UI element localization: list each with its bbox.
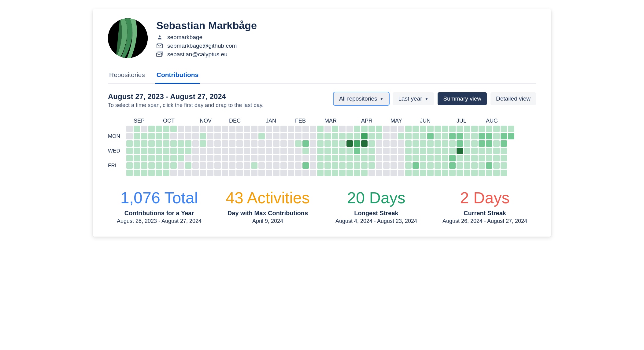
heatmap-cell[interactable] [317, 126, 324, 132]
heatmap-cell[interactable] [398, 155, 404, 161]
heatmap-cell[interactable] [295, 133, 302, 139]
heatmap-cell[interactable] [471, 126, 478, 132]
heatmap-cell[interactable] [405, 140, 412, 147]
heatmap-cell[interactable] [134, 126, 140, 132]
heatmap-cell[interactable] [368, 162, 375, 169]
heatmap-cell[interactable] [258, 170, 265, 176]
heatmap-cell[interactable] [317, 170, 324, 176]
heatmap-cell[interactable] [493, 155, 500, 161]
heatmap-cell[interactable] [413, 162, 419, 169]
heatmap-cell[interactable] [178, 148, 184, 154]
heatmap-cell[interactable] [493, 148, 500, 154]
heatmap-cell[interactable] [339, 162, 346, 169]
heatmap-cell[interactable] [324, 155, 331, 161]
heatmap-cell[interactable] [435, 170, 441, 176]
heatmap-cell[interactable] [346, 155, 353, 161]
heatmap-cell[interactable] [288, 148, 294, 154]
heatmap-cell[interactable] [479, 140, 485, 147]
heatmap-cell[interactable] [141, 170, 147, 176]
heatmap-cell[interactable] [332, 148, 338, 154]
heatmap-cell[interactable] [170, 162, 177, 169]
heatmap-cell[interactable] [170, 170, 177, 176]
heatmap-cell[interactable] [317, 155, 324, 161]
heatmap-cell[interactable] [178, 133, 184, 139]
heatmap-cell[interactable] [464, 155, 470, 161]
heatmap-cell[interactable] [126, 140, 133, 147]
heatmap-cell[interactable] [486, 170, 492, 176]
heatmap-cell[interactable] [258, 162, 265, 169]
heatmap-cell[interactable] [244, 170, 250, 176]
heatmap-cell[interactable] [273, 155, 279, 161]
heatmap-cell[interactable] [479, 148, 485, 154]
heatmap-cell[interactable] [148, 148, 155, 154]
heatmap-cell[interactable] [508, 162, 514, 169]
heatmap-cell[interactable] [163, 126, 169, 132]
heatmap-cell[interactable] [449, 133, 456, 139]
heatmap-cell[interactable] [266, 126, 272, 132]
heatmap-cell[interactable] [273, 140, 279, 147]
heatmap-cell[interactable] [405, 155, 412, 161]
heatmap-cell[interactable] [207, 155, 213, 161]
heatmap-cell[interactable] [361, 140, 368, 147]
heatmap-cell[interactable] [229, 126, 235, 132]
heatmap-cell[interactable] [471, 133, 478, 139]
heatmap-cell[interactable] [214, 133, 221, 139]
heatmap-cell[interactable] [141, 140, 147, 147]
heatmap-cell[interactable] [126, 155, 133, 161]
heatmap-cell[interactable] [185, 162, 191, 169]
heatmap-cell[interactable] [324, 140, 331, 147]
heatmap-cell[interactable] [346, 170, 353, 176]
heatmap-cell[interactable] [324, 162, 331, 169]
heatmap-cell[interactable] [178, 126, 184, 132]
heatmap-cell[interactable] [376, 148, 382, 154]
heatmap-cell[interactable] [163, 162, 169, 169]
heatmap-cell[interactable] [310, 162, 316, 169]
heatmap-cell[interactable] [266, 140, 272, 147]
heatmap-cell[interactable] [295, 148, 302, 154]
heatmap-cell[interactable] [302, 155, 309, 161]
heatmap-cell[interactable] [310, 140, 316, 147]
heatmap-cell[interactable] [229, 155, 235, 161]
heatmap-cell[interactable] [251, 170, 257, 176]
heatmap-cell[interactable] [435, 126, 441, 132]
heatmap-cell[interactable] [420, 148, 426, 154]
heatmap-cell[interactable] [236, 170, 243, 176]
heatmap-cell[interactable] [310, 133, 316, 139]
heatmap-cell[interactable] [302, 170, 309, 176]
heatmap-cell[interactable] [376, 155, 382, 161]
heatmap-cell[interactable] [501, 148, 507, 154]
heatmap-cell[interactable] [251, 126, 257, 132]
heatmap-cell[interactable] [376, 140, 382, 147]
heatmap-cell[interactable] [420, 155, 426, 161]
heatmap-cell[interactable] [442, 148, 448, 154]
heatmap-cell[interactable] [236, 155, 243, 161]
heatmap-cell[interactable] [457, 126, 463, 132]
period-filter-dropdown[interactable]: Last year ▼ [393, 92, 434, 105]
heatmap-cell[interactable] [383, 162, 390, 169]
heatmap-cell[interactable] [222, 133, 228, 139]
heatmap-cell[interactable] [200, 170, 206, 176]
heatmap-cell[interactable] [339, 133, 346, 139]
heatmap-cell[interactable] [192, 148, 199, 154]
heatmap-cell[interactable] [317, 133, 324, 139]
heatmap-cell[interactable] [471, 140, 478, 147]
heatmap-cell[interactable] [126, 162, 133, 169]
heatmap-cell[interactable] [251, 162, 257, 169]
heatmap-cell[interactable] [346, 126, 353, 132]
heatmap-cell[interactable] [486, 155, 492, 161]
heatmap-cell[interactable] [383, 148, 390, 154]
heatmap-cell[interactable] [324, 148, 331, 154]
heatmap-cell[interactable] [368, 155, 375, 161]
heatmap-cell[interactable] [346, 162, 353, 169]
heatmap-cell[interactable] [236, 126, 243, 132]
heatmap-cell[interactable] [258, 140, 265, 147]
heatmap-cell[interactable] [324, 133, 331, 139]
heatmap-cell[interactable] [163, 133, 169, 139]
heatmap-cell[interactable] [229, 140, 235, 147]
heatmap-cell[interactable] [486, 140, 492, 147]
heatmap-cell[interactable] [134, 148, 140, 154]
heatmap-cell[interactable] [185, 133, 191, 139]
heatmap-cell[interactable] [486, 133, 492, 139]
heatmap-cell[interactable] [302, 140, 309, 147]
heatmap-cell[interactable] [486, 126, 492, 132]
